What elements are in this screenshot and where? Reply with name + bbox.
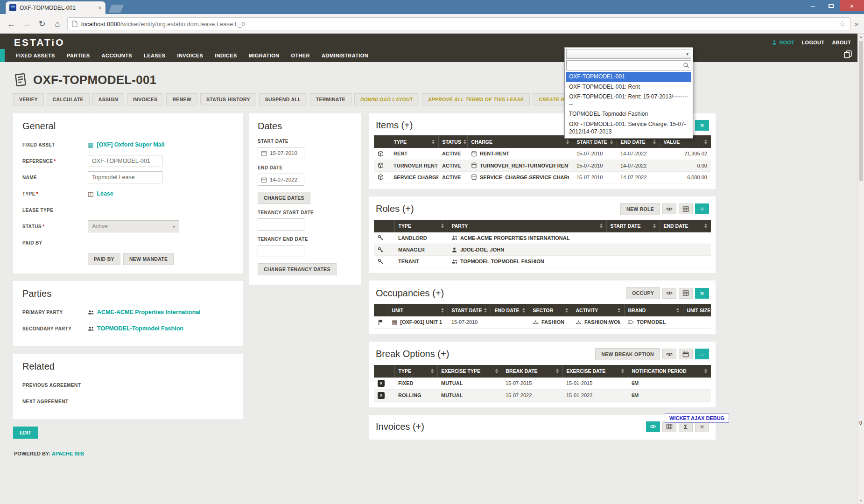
approve-all-terms-button[interactable]: APPROVE ALL TERMS OF THIS LEASE [422,93,530,105]
sort-icon[interactable] [704,369,707,373]
autocomplete-option[interactable]: TOPMODEL-Topmodel Fashion [566,109,691,119]
change-tenancy-dates-button[interactable]: CHANGE TENANCY DATES [258,263,337,275]
table-row[interactable]: MANAGER JDOE-DOE, JOHN [374,244,711,256]
reload-button[interactable]: ↻ [36,20,48,28]
tenancy-end-date-field[interactable] [258,245,304,257]
estatio-logo[interactable]: ESTATiO [14,37,65,48]
sort-icon[interactable] [653,140,656,144]
menu-fixed-assets[interactable]: FIXED ASSETS [16,53,55,58]
export-excel-button[interactable] [679,203,693,214]
menu-parties[interactable]: PARTIES [67,53,90,58]
new-role-button[interactable]: NEW ROLE [620,203,660,215]
page-scrollbar[interactable]: ▲ ▼ [857,34,864,504]
sort-icon[interactable] [653,224,656,228]
menu-administration[interactable]: ADMINISTRATION [322,53,368,58]
new-tab-button[interactable] [109,5,124,13]
occupy-button[interactable]: OCCUPY [626,287,660,299]
home-button[interactable]: ⌂ [52,20,63,28]
window-minimize-button[interactable]: – [804,0,822,11]
sort-icon[interactable] [522,308,525,313]
bookmark-star-icon[interactable]: ☆ [839,19,845,28]
apache-isis-link[interactable]: APACHE ISIS [52,451,84,456]
hide-columns-eye-button[interactable] [662,203,676,214]
tab-close-icon[interactable]: × [98,5,102,11]
reference-field[interactable]: OXF-TOPMODEL-001 [88,155,162,167]
toolbar-overflow-icon[interactable]: » [855,20,858,28]
list-view-button[interactable]: ≡ [695,349,709,359]
address-bar[interactable]: localhost:8080/wicket/entity/org.estatio… [67,17,850,30]
start-date-field[interactable]: 15-07-2010 [258,147,304,159]
sort-icon[interactable] [676,308,679,313]
autocomplete-option[interactable]: OXF-TOPMODEL-001: Rent [566,82,691,92]
end-date-field[interactable]: 14-07-2022 [258,174,304,186]
calendar-view-button[interactable] [679,349,693,359]
renew-button[interactable]: RENEW [166,93,197,105]
wicket-ajax-debug-link[interactable]: WICKET AJAX DEBUG [665,413,729,423]
list-view-button[interactable]: ≡ [695,288,709,299]
back-button[interactable]: ← [6,20,17,28]
primary-party-link[interactable]: ACME-ACME Properties International [97,309,201,315]
menu-accounts[interactable]: ACCOUNTS [102,53,133,58]
status-select[interactable]: Active ▾ [88,220,179,232]
sort-icon[interactable] [600,224,603,228]
sort-icon[interactable] [431,369,434,373]
sort-icon[interactable] [441,308,444,313]
sort-icon[interactable] [565,308,568,313]
menu-indices[interactable]: INDICES [215,53,237,58]
autocomplete-option[interactable]: OXF-TOPMODEL-001: Service Charge: 15-07-… [566,119,691,137]
table-row[interactable]: RENT ACTIVE RENT-RENT 15-07-2010 14-07-2… [374,148,711,160]
sort-icon[interactable] [621,369,624,373]
invoices-button[interactable]: INVOICES [127,93,164,105]
sort-icon[interactable] [556,369,559,373]
sort-icon[interactable] [618,308,620,313]
table-row[interactable]: LANDLORD ACME-ACME PROPERTIES INTERNATIO… [374,232,711,244]
paid-by-button[interactable]: PAID BY [88,253,120,265]
sort-icon[interactable] [566,140,569,144]
autocomplete-combo-box[interactable]: ▾ [566,49,691,59]
tenancy-start-date-field[interactable] [258,218,304,231]
scrollbar-thumb[interactable] [859,41,863,181]
scroll-up-icon[interactable]: ▲ [858,34,864,40]
autocomplete-option[interactable]: OXF-TOPMODEL-001 [566,72,691,82]
new-mandate-button[interactable]: NEW MANDATE [123,253,174,265]
window-close-button[interactable]: × [840,0,864,11]
status-history-button[interactable]: STATUS HISTORY [200,93,256,105]
table-row[interactable]: SERVICE CHARGE ACTIVE SERVICE_CHARGE-SER… [374,171,711,183]
menu-invoices[interactable]: INVOICES [177,53,204,58]
edit-button[interactable]: EDIT [13,427,38,439]
copy-link-icon[interactable] [843,50,852,59]
scroll-down-icon[interactable]: ▼ [858,497,864,504]
new-break-option-button[interactable]: NEW BREAK OPTION [595,348,660,360]
table-row[interactable]: × FIXED MUTUAL 15-07-2015 15-01-2015 6M [374,378,711,390]
autocomplete-search-input[interactable] [566,60,691,70]
sort-icon[interactable] [495,369,498,373]
sort-icon[interactable] [441,224,444,228]
sort-icon[interactable] [432,140,435,144]
calculate-button[interactable]: CALCULATE [47,93,90,105]
list-view-button[interactable]: ≡ [695,203,709,214]
sort-icon[interactable] [484,308,487,313]
secondary-party-link[interactable]: TOPMODEL-Topmodel Fashion [97,325,183,332]
sort-icon[interactable] [464,140,466,144]
table-row[interactable]: TENANT TOPMODEL-TOPMODEL FASHION [374,256,711,267]
assign-button[interactable]: ASSIGN [92,93,124,105]
table-row[interactable]: TURNOVER RENT ACTIVE TURNOVER_RENT-TURNO… [374,160,711,171]
forward-button[interactable]: → [21,20,32,28]
list-view-button[interactable]: ≡ [695,120,709,131]
sort-icon[interactable] [610,140,613,144]
logout-link[interactable]: LOGOUT [802,40,825,45]
export-excel-button[interactable] [679,288,693,299]
about-link[interactable]: ABOUT [832,40,851,45]
hide-columns-eye-button[interactable] [662,349,676,359]
sort-icon[interactable] [704,224,707,228]
verify-button[interactable]: VERIFY [13,93,44,105]
hide-columns-eye-button[interactable] [662,288,676,299]
sort-icon[interactable] [704,140,707,144]
autocomplete-option[interactable]: OXF-TOPMODEL-001: Rent: 15-07-2013/-----… [566,92,691,109]
download-layout-button[interactable]: DOWNLOAD LAYOUT [354,93,419,105]
table-row[interactable]: × ROLLING MUTUAL 15-07-2022 15-01-2022 6… [374,389,711,401]
fixed-asset-link[interactable]: [OXF] Oxford Super Mall [97,141,164,148]
menu-migration[interactable]: MIGRATION [249,53,280,58]
table-row[interactable]: ▦[OXF-001] UNIT 1 15-07-2010 FASHION FAS… [374,316,711,328]
show-eye-button[interactable] [646,421,660,432]
